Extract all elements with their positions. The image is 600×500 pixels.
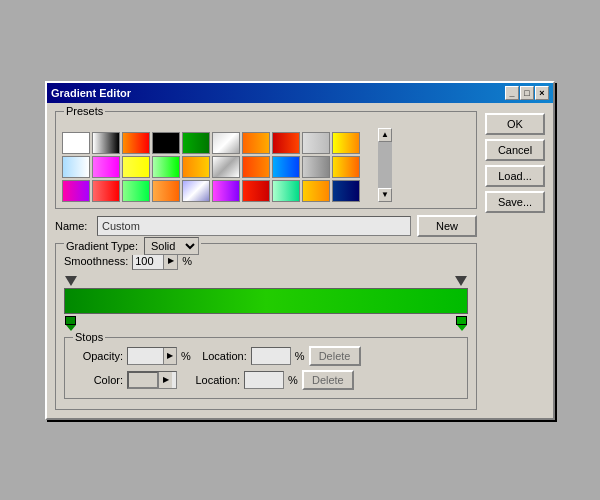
color-location-percent: % — [288, 374, 298, 386]
preset-swatch-27[interactable] — [272, 180, 300, 202]
stops-section: Stops Opacity: ▶ % Location: — [64, 337, 468, 399]
window-title: Gradient Editor — [51, 87, 131, 99]
preset-swatch-29[interactable] — [332, 180, 360, 202]
color-swatch[interactable] — [128, 372, 158, 388]
preset-swatch-18[interactable] — [302, 156, 330, 178]
scroll-track — [378, 142, 392, 188]
close-button[interactable]: × — [535, 86, 549, 100]
preset-swatch-17[interactable] — [272, 156, 300, 178]
color-stop-row: Color: ▶ Location: % Delete — [73, 370, 459, 390]
preset-swatch-16[interactable] — [242, 156, 270, 178]
preset-swatch-3[interactable] — [152, 132, 180, 154]
preset-swatch-0[interactable] — [62, 132, 90, 154]
color-delete-button[interactable]: Delete — [302, 370, 354, 390]
preset-swatch-20[interactable] — [62, 180, 90, 202]
preset-swatch-26[interactable] — [242, 180, 270, 202]
load-button[interactable]: Load... — [485, 165, 545, 187]
gradient-type-section: Gradient Type: Solid Noise Smoothness: — [55, 243, 477, 410]
opacity-location-percent: % — [295, 350, 305, 362]
cancel-button[interactable]: Cancel — [485, 139, 545, 161]
maximize-button[interactable]: □ — [520, 86, 534, 100]
opacity-location-input[interactable] — [252, 348, 292, 364]
save-button[interactable]: Save... — [485, 191, 545, 213]
presets-wrapper: ▲ ▼ — [62, 128, 470, 202]
preset-swatch-1[interactable] — [92, 132, 120, 154]
preset-swatch-25[interactable] — [212, 180, 240, 202]
presets-label: Presets — [64, 105, 105, 117]
ok-button[interactable]: OK — [485, 113, 545, 135]
left-top-handle[interactable] — [65, 276, 77, 286]
preset-swatch-9[interactable] — [332, 132, 360, 154]
preset-swatch-11[interactable] — [92, 156, 120, 178]
opacity-delete-button[interactable]: Delete — [309, 346, 361, 366]
preset-swatch-24[interactable] — [182, 180, 210, 202]
presets-grid — [62, 132, 360, 202]
opacity-location-label: Location: — [195, 350, 247, 362]
presets-group: Presets ▲ ▼ — [55, 111, 477, 209]
smoothness-percent: % — [182, 255, 192, 267]
stops-label: Stops — [73, 331, 105, 343]
title-bar: Gradient Editor _ □ × — [47, 83, 553, 103]
preset-swatch-28[interactable] — [302, 180, 330, 202]
window-body: Presets ▲ ▼ Name: New — [47, 103, 553, 418]
right-color-stop[interactable] — [456, 316, 467, 331]
gradient-bar-container — [64, 276, 468, 331]
smoothness-arrow[interactable]: ▶ — [163, 253, 177, 269]
gradient-type-select[interactable]: Solid Noise — [144, 237, 199, 255]
smoothness-label: Smoothness: — [64, 255, 128, 267]
main-left: Presets ▲ ▼ Name: New — [55, 111, 477, 410]
right-top-handle[interactable] — [455, 276, 467, 286]
preset-swatch-21[interactable] — [92, 180, 120, 202]
color-spacer — [181, 374, 184, 386]
color-location-wrap — [244, 371, 284, 389]
preset-swatch-10[interactable] — [62, 156, 90, 178]
main-layout: Presets ▲ ▼ Name: New — [55, 111, 545, 410]
preset-swatch-23[interactable] — [152, 180, 180, 202]
name-input[interactable] — [97, 216, 411, 236]
color-arrow[interactable]: ▶ — [158, 372, 172, 388]
color-location-label: Location: — [188, 374, 240, 386]
opacity-arrow[interactable]: ▶ — [163, 348, 176, 364]
preset-swatch-12[interactable] — [122, 156, 150, 178]
preset-swatch-5[interactable] — [212, 132, 240, 154]
scroll-down-button[interactable]: ▼ — [378, 188, 392, 202]
bottom-handles — [64, 316, 468, 331]
opacity-location-wrap — [251, 347, 291, 365]
name-label: Name: — [55, 220, 91, 232]
gradient-type-label-box: Gradient Type: Solid Noise — [64, 237, 201, 255]
preset-swatch-4[interactable] — [182, 132, 210, 154]
preset-swatch-8[interactable] — [302, 132, 330, 154]
main-right: OK Cancel Load... Save... — [485, 111, 545, 410]
gradient-bar[interactable] — [64, 288, 468, 314]
preset-swatch-2[interactable] — [122, 132, 150, 154]
top-handles — [64, 276, 468, 286]
preset-swatch-22[interactable] — [122, 180, 150, 202]
opacity-stop-row: Opacity: ▶ % Location: % Delete — [73, 346, 459, 366]
smoothness-input[interactable] — [133, 253, 163, 269]
gradient-editor-window: Gradient Editor _ □ × Presets ▲ — [45, 81, 555, 420]
preset-swatch-15[interactable] — [212, 156, 240, 178]
title-bar-buttons: _ □ × — [505, 86, 549, 100]
preset-swatch-6[interactable] — [242, 132, 270, 154]
opacity-label: Opacity: — [73, 350, 123, 362]
gradient-type-label: Gradient Type: — [66, 240, 138, 252]
preset-swatch-7[interactable] — [272, 132, 300, 154]
opacity-input-wrap: ▶ — [127, 347, 177, 365]
scroll-up-button[interactable]: ▲ — [378, 128, 392, 142]
color-location-input[interactable] — [245, 372, 285, 388]
color-swatch-wrap: ▶ — [127, 371, 177, 389]
preset-swatch-13[interactable] — [152, 156, 180, 178]
name-row: Name: New — [55, 215, 477, 237]
gradient-type-select-wrap: Solid Noise — [144, 237, 199, 255]
minimize-button[interactable]: _ — [505, 86, 519, 100]
preset-swatch-14[interactable] — [182, 156, 210, 178]
preset-swatch-19[interactable] — [332, 156, 360, 178]
opacity-input[interactable] — [128, 348, 163, 364]
left-color-stop[interactable] — [65, 316, 76, 331]
presets-scrollbar: ▲ ▼ — [378, 128, 392, 202]
new-button[interactable]: New — [417, 215, 477, 237]
opacity-percent: % — [181, 350, 191, 362]
color-label: Color: — [73, 374, 123, 386]
